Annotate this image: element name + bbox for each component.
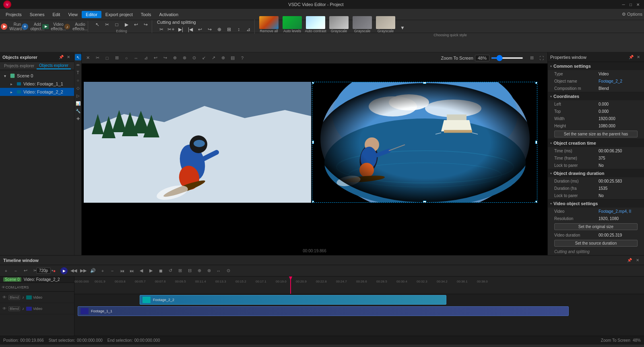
tl-more3-btn[interactable]: ⊕ — [195, 267, 204, 275]
clip-footage1[interactable]: Footage_1_1 — [78, 306, 569, 316]
set-source-btn[interactable]: Set the source duration — [554, 240, 638, 247]
cut-btn[interactable]: ✂ — [157, 25, 166, 34]
object-name-value[interactable]: Footage_2_2 — [599, 79, 641, 83]
text-tool-icon[interactable]: T — [75, 69, 81, 76]
tab-projects[interactable]: Projects explorer — [2, 63, 37, 69]
preview-canvas[interactable]: 00:00:19.866 — [82, 64, 547, 255]
prev-select-btn[interactable]: □ — [103, 54, 111, 62]
minimize-btn[interactable]: ─ — [621, 2, 626, 7]
fit-btn[interactable]: ⊞ — [527, 54, 536, 62]
clip-footage2[interactable]: Footage_2_2 — [140, 295, 446, 305]
prev-q-btn[interactable]: ? — [238, 54, 247, 62]
tl-stop-btn[interactable]: ⏹ — [156, 267, 165, 275]
auto-levels-btn[interactable]: Auto levels — [281, 16, 303, 33]
tl-home-btn[interactable]: ⏮ — [118, 267, 126, 275]
prev-corner-btn[interactable]: ⊿ — [141, 54, 150, 62]
prev-arrow-btn[interactable]: ↔ — [132, 54, 140, 62]
tl-play-btn[interactable]: ▶ — [60, 267, 68, 274]
tl-resolution-btn[interactable]: 720p ▾ — [40, 267, 49, 275]
tl-record-btn[interactable]: ● — [50, 267, 59, 275]
redo-cut[interactable]: ↪ — [205, 25, 214, 34]
tl-add-btn[interactable]: + — [2, 267, 10, 275]
menu-edit[interactable]: Edit — [48, 11, 64, 18]
tl-more2-btn[interactable]: ⊟ — [185, 267, 194, 275]
coordinates-header[interactable]: ▾ Coordinates — [548, 92, 644, 100]
menu-activation[interactable]: Activation — [155, 11, 182, 18]
prev-grid-btn[interactable]: ⊞ — [112, 54, 121, 62]
close-properties-btn[interactable]: ✕ — [635, 54, 642, 60]
select-cut[interactable]: ⊞ — [225, 25, 233, 34]
prev-redo-btn[interactable]: ↪ — [161, 54, 169, 62]
prev-grid2-btn[interactable]: ▤ — [228, 54, 237, 62]
redo-small[interactable]: ↪ — [141, 20, 150, 29]
menu-tools[interactable]: Tools — [137, 11, 155, 18]
track1-visibility-icon[interactable]: 👁 — [2, 306, 7, 312]
pin-objects-btn[interactable]: 📌 — [58, 54, 64, 60]
playhead-ruler[interactable] — [290, 276, 291, 294]
prev-scissors-btn[interactable]: ✂ — [93, 54, 102, 62]
pin-timeline-btn[interactable]: 📌 — [626, 257, 633, 264]
clip2-container[interactable] — [312, 82, 537, 203]
cursor-tool[interactable]: ↖ — [93, 20, 102, 29]
tree-scene0[interactable]: ▾ Scene 0 — [0, 72, 74, 80]
menu-scenes[interactable]: Scenes — [26, 11, 49, 18]
grayscale1-btn[interactable]: Grayscale — [328, 16, 350, 33]
video-settings-header[interactable]: ▾ Video object settings — [548, 199, 644, 208]
play-tool-icon[interactable]: ▷ — [75, 92, 81, 99]
undo-cut[interactable]: ↩ — [196, 25, 204, 34]
more-cut[interactable]: ⊕ — [215, 25, 224, 34]
handle-ml[interactable] — [312, 141, 314, 144]
play-tool[interactable]: ▶ — [122, 20, 131, 29]
diamond-tool-icon[interactable]: ◇ — [75, 85, 81, 91]
grayscale3-btn[interactable]: Grayscale — [375, 16, 396, 33]
tl-end-btn[interactable]: ⏭ — [127, 267, 136, 275]
prev-undo-btn[interactable]: ↩ — [151, 54, 160, 62]
tl-minus-btn[interactable]: − — [11, 267, 20, 275]
align-cut[interactable]: ↕ — [234, 25, 243, 34]
video-effects-btn[interactable]: Videoeffects... — [43, 21, 64, 32]
menu-editor[interactable]: Editor — [82, 11, 101, 18]
prev-dl-btn[interactable]: ↙ — [199, 54, 208, 62]
handle-tm[interactable] — [423, 82, 426, 84]
pen-tool-icon[interactable]: ✏ — [75, 62, 81, 68]
select-tool-icon[interactable]: ↖ — [75, 54, 81, 60]
tl-more1-btn[interactable]: ⊞ — [175, 267, 184, 275]
remove-all-btn[interactable]: Remove all — [258, 16, 280, 33]
track2-visibility-icon[interactable]: 👁 — [2, 295, 7, 300]
close-btn[interactable]: ✕ — [635, 2, 641, 7]
video-file-value[interactable]: Footage_2.mp4, II — [599, 209, 641, 214]
prev-dot-btn[interactable]: ⊙ — [190, 54, 198, 62]
run-wizard-btn[interactable]: RunWizard... — [3, 21, 23, 32]
tl-loop-btn[interactable]: ↺ — [166, 267, 175, 275]
prev-cut-btn[interactable]: ✕ — [83, 54, 92, 62]
prev-remove-btn[interactable]: ⊗ — [180, 54, 189, 62]
add-object-btn[interactable]: + Addobject... — [23, 21, 43, 32]
tl-step-fwd-btn[interactable]: ▶ — [147, 267, 155, 275]
menu-view[interactable]: View — [64, 11, 82, 18]
tl-zoom-in-btn[interactable]: + — [98, 267, 107, 275]
undo-small[interactable]: ↩ — [132, 20, 140, 29]
set-original-btn[interactable]: Set the original size — [554, 223, 638, 230]
same-size-btn[interactable]: Set the same size as the parent has — [554, 131, 638, 137]
tl-align-btn[interactable]: ↔ — [214, 267, 223, 275]
tl-zoom-out-btn[interactable]: − — [108, 267, 117, 275]
prev-circle-btn[interactable]: ○ — [122, 54, 131, 62]
prev-add-btn[interactable]: ⊕ — [170, 54, 179, 62]
close-timeline-btn[interactable]: ✕ — [634, 257, 641, 264]
rect-tool[interactable]: □ — [112, 20, 121, 29]
chart-tool-icon[interactable]: 📊 — [75, 100, 81, 106]
menu-export[interactable]: Export project — [101, 11, 137, 18]
audio-effects-btn[interactable]: ♪ Audioeffects... — [65, 21, 86, 32]
tl-prev-frame-btn[interactable]: ◀◀ — [69, 267, 78, 275]
tree-footage1[interactable]: ▸ Video: Footage_1_1 — [0, 80, 74, 88]
creation-time-header[interactable]: ▾ Object creation time — [548, 139, 644, 147]
quick-style-more[interactable]: ▼ — [398, 23, 407, 32]
tab-objects[interactable]: Objects explorer — [37, 62, 71, 69]
tl-undo-btn[interactable]: ↩ — [21, 267, 30, 275]
maximize-btn[interactable]: □ — [628, 2, 634, 7]
zoom-slider[interactable] — [491, 57, 523, 59]
layers-tab[interactable]: LAYERS — [17, 283, 26, 291]
tree-footage2[interactable]: ▸ Video: Footage_2_2 — [0, 88, 74, 96]
tl-more4-btn[interactable]: ⊗ — [204, 267, 213, 275]
zoom-value[interactable]: 48% — [475, 55, 489, 61]
